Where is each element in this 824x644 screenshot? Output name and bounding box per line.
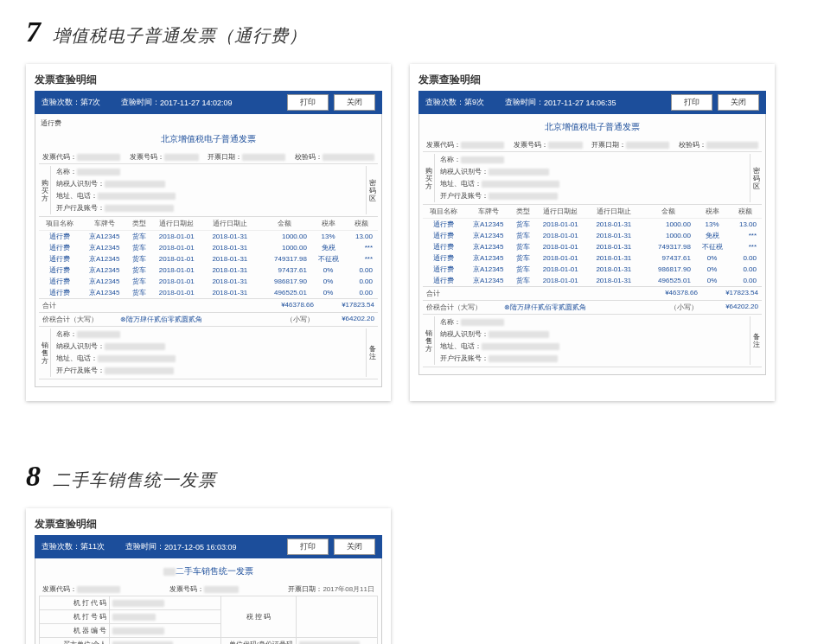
sum-amount: ¥46378.66 — [637, 289, 698, 298]
col-header: 项目名称 — [423, 205, 465, 219]
buyer-bank-label: 开户行及账号： — [440, 191, 489, 201]
sum-label: 合计 — [42, 301, 56, 310]
f-machine: 机 器 编 号 — [40, 624, 110, 638]
buyer-vbar: 购买方 — [39, 166, 51, 214]
col-header: 金额 — [257, 217, 312, 231]
col-header: 通行日期止 — [203, 217, 257, 231]
check-time-label: 查验时间： — [121, 97, 160, 108]
buyer-addr-label: 地址、电话： — [440, 179, 482, 189]
table-row: 通行费京A12345货车2018-01-012018-01-3197437.61… — [423, 252, 762, 264]
section-8-heading: 8 二手车销售统一发票 — [26, 460, 798, 493]
sum-amount: ¥46378.66 — [253, 301, 314, 310]
col-header: 车牌号 — [81, 217, 128, 231]
table-row: 通行费京A12345货车2018-01-012018-01-311000.001… — [39, 231, 378, 243]
col-header: 税率 — [312, 217, 344, 231]
meta-num-label: 发票号码： — [514, 141, 548, 149]
table-row: 通行费京A12345货车2018-01-012018-01-31496525.0… — [423, 275, 762, 286]
col-header: 税率 — [696, 205, 728, 219]
capital-value: ¥64202.20 — [698, 303, 758, 312]
seller-taxid-label: 纳税人识别号： — [56, 341, 105, 352]
print-button[interactable]: 打印 — [287, 539, 329, 555]
toll-label: 通行费 — [41, 118, 61, 129]
buyer-addr-label: 地址、电话： — [56, 191, 98, 201]
buyer-bank-label: 开户行及账号： — [56, 203, 105, 214]
seller-bank-label: 开户行及账号： — [56, 366, 105, 376]
seller-vbar: 销售方 — [39, 328, 51, 377]
invoice-panel-a: 发票查验明细 查验次数： 第7次 查验时间： 2017-11-27 14:02:… — [26, 64, 391, 401]
section-7-title: 增值税电子普通发票（通行费） — [53, 24, 307, 48]
meta-code-label: 发票代码： — [426, 141, 461, 149]
panel-title: 发票查验明细 — [35, 517, 382, 532]
meta-date-value: 2017年08月11日 — [323, 585, 374, 593]
capital-cn: ⊗陆万肆仟贰佰零贰圆贰角 — [504, 303, 670, 312]
capital-label: 价税合计（大写） — [426, 303, 504, 312]
f-taxctrl: 税 控 码 — [220, 596, 296, 638]
seller-taxid-label: 纳税人识别号： — [440, 329, 489, 340]
f-buyerunit: 买方单位/个人 — [40, 638, 110, 645]
sum-tax: ¥17823.54 — [314, 301, 374, 310]
note-vbar: 备注 — [750, 316, 762, 365]
close-button[interactable]: 关闭 — [718, 94, 759, 111]
items-table: 项目名称车牌号类型通行日期起通行日期止金额税率税额 通行费京A12345货车20… — [423, 205, 762, 286]
invoice-panel-b: 发票查验明细 查验次数： 第9次 查验时间： 2017-11-27 14:06:… — [410, 64, 775, 401]
items-table: 项目名称车牌号类型通行日期起通行日期止金额税率税额 通行费京A12345货车20… — [39, 217, 378, 298]
table-row: 通行费京A12345货车2018-01-012018-01-311000.00免… — [423, 230, 762, 241]
table-row: 通行费京A12345货车2018-01-012018-01-3197437.61… — [39, 265, 378, 276]
check-count-value: 第7次 — [80, 97, 100, 108]
panel-title: 发票查验明细 — [35, 73, 382, 87]
check-time-label: 查验时间： — [505, 97, 544, 108]
seller-addr-label: 地址、电话： — [56, 354, 98, 364]
f-orgcode: 机 打 代 码 — [40, 596, 110, 610]
check-time-value: 2017-11-27 14:02:09 — [160, 99, 233, 107]
col-header: 税额 — [728, 205, 762, 219]
meta-check-label: 校验码： — [679, 141, 706, 149]
check-count-label: 查验次数： — [42, 97, 80, 108]
check-time-value: 2017-11-27 14:06:35 — [544, 99, 616, 107]
seller-bank-label: 开户行及账号： — [440, 354, 489, 364]
meta-code-label: 发票代码： — [42, 585, 77, 593]
meta-date-label: 开票日期： — [208, 153, 242, 161]
invoice-panel-c: 发票查验明细 查验次数： 第11次 查验时间： 2017-12-05 16:03… — [26, 508, 391, 644]
table-row: 通行费京A12345货车2018-01-012018-01-31749317.9… — [423, 241, 762, 252]
invoice-title: 北京增值税电子普通发票 — [423, 118, 762, 138]
close-button[interactable]: 关闭 — [334, 539, 375, 555]
table-row: 通行费京A12345货车2018-01-012018-01-31496525.0… — [39, 287, 378, 298]
close-button[interactable]: 关闭 — [334, 94, 375, 111]
capital-label: 价税合计（大写） — [42, 315, 120, 324]
meta-date-label: 开票日期： — [288, 585, 323, 593]
section-8-number: 8 — [26, 460, 41, 493]
print-button[interactable]: 打印 — [671, 94, 712, 111]
usedcar-form: 机 打 代 码 税 控 码 机 打 号 码 机 器 编 号 买方单位/个人 单位… — [39, 596, 378, 644]
pwd-vbar: 密码区 — [366, 166, 378, 214]
col-header: 类型 — [512, 205, 534, 219]
sum-tax: ¥17823.54 — [698, 289, 758, 298]
check-count-label: 查验次数： — [425, 97, 464, 108]
meta-check-label: 校验码： — [295, 153, 323, 161]
seller-name-label: 名称： — [56, 329, 77, 340]
check-time-value: 2017-12-05 16:03:09 — [164, 543, 237, 552]
section-7-number: 7 — [26, 16, 41, 48]
table-row: 通行费京A12345货车2018-01-012018-01-31986817.9… — [39, 276, 378, 287]
meta-date-label: 开票日期： — [591, 141, 626, 149]
small-label: （小写） — [286, 315, 314, 324]
table-row: 通行费京A12345货车2018-01-012018-01-311000.00免… — [39, 242, 378, 253]
print-button[interactable]: 打印 — [287, 94, 329, 111]
table-row: 通行费京A12345货车2018-01-012018-01-31986817.9… — [423, 264, 762, 275]
col-header: 税额 — [344, 217, 378, 231]
check-count-value: 第11次 — [80, 541, 105, 552]
col-header: 车牌号 — [465, 205, 512, 219]
col-header: 类型 — [128, 217, 150, 231]
seller-vbar: 销售方 — [423, 316, 435, 365]
panel-title: 发票查验明细 — [418, 73, 766, 87]
buyer-vbar: 购买方 — [423, 154, 435, 202]
buyer-name-label: 名称： — [440, 155, 461, 165]
col-header: 通行日期起 — [534, 205, 588, 219]
pwd-vbar: 密码区 — [750, 154, 762, 202]
invoice-title: 二手车销售统一发票 — [39, 562, 378, 583]
f-orgnum: 机 打 号 码 — [40, 610, 110, 624]
buyer-taxid-label: 纳税人识别号： — [440, 167, 489, 177]
capital-value: ¥64202.20 — [314, 315, 374, 324]
section-7-heading: 7 增值税电子普通发票（通行费） — [26, 16, 798, 48]
meta-num-label: 发票号码： — [130, 153, 164, 161]
seller-addr-label: 地址、电话： — [440, 341, 482, 352]
